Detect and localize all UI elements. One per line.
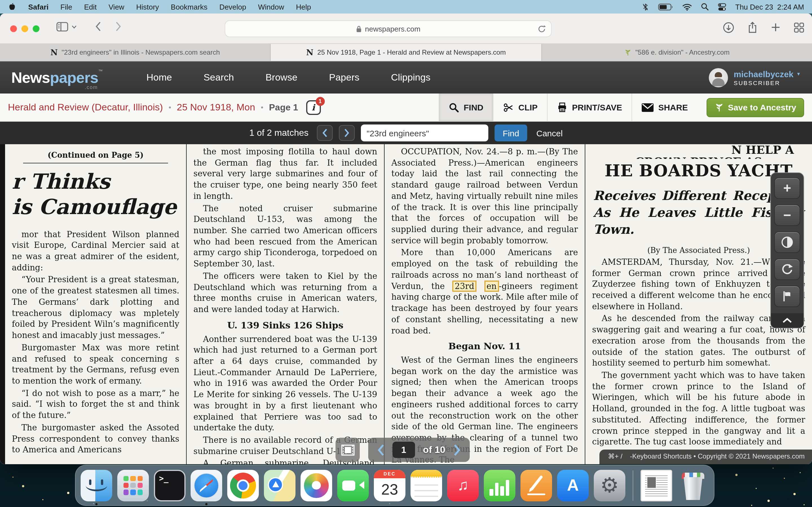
previous-match-button[interactable] (317, 125, 333, 141)
avatar[interactable] (709, 68, 728, 87)
url-text: newspapers.com (365, 24, 421, 33)
paper-title-link[interactable]: Herald and Review (Decatur, Illinois) (8, 102, 163, 113)
dock-photos-icon[interactable] (301, 469, 332, 501)
close-window-button[interactable] (10, 25, 17, 32)
np-paragraph: mor that President Wilson planned visit … (12, 229, 179, 274)
find-input[interactable] (361, 124, 488, 142)
find-button[interactable]: FIND (439, 94, 493, 121)
flag-button[interactable] (774, 286, 800, 307)
site-nav: HomeSearchBrowsePapersClippings (146, 72, 430, 83)
dock-notes-icon[interactable] (410, 469, 442, 501)
previous-page-button[interactable] (377, 444, 385, 456)
dock-calendar-icon[interactable]: DEC23 (374, 469, 405, 501)
tab-ancestry[interactable]: "586 e. division" - Ancestry.com (542, 44, 812, 61)
newspaper-col-3: OCCUPATION, Nov. 24.—8 p. m.—(By The Ass… (385, 144, 585, 464)
newspapers-logo[interactable]: Newspapers™ .com (11, 68, 102, 87)
menu-bar-clock[interactable]: Thu Dec 23 2:24 AM (735, 3, 804, 11)
apple-menu-icon[interactable] (8, 2, 16, 11)
dock-trash-icon[interactable] (677, 469, 709, 501)
control-center-icon[interactable] (718, 3, 726, 11)
menu-view[interactable]: View (109, 3, 124, 11)
reload-icon[interactable] (538, 25, 546, 33)
next-match-button[interactable] (339, 125, 355, 141)
dock-settings-icon[interactable]: ⚙ (594, 469, 625, 501)
dock-chrome-icon[interactable] (227, 469, 259, 501)
menu-file[interactable]: File (60, 3, 72, 11)
dock-launchpad-icon[interactable] (117, 469, 149, 501)
print-save-button[interactable]: PRINT/SAVE (547, 94, 632, 121)
contrast-button[interactable] (774, 231, 800, 253)
wifi-icon[interactable] (682, 3, 692, 10)
new-tab-button[interactable] (771, 22, 780, 32)
info-button[interactable]: i 1 (306, 100, 320, 115)
cancel-find-button[interactable]: Cancel (536, 128, 562, 138)
np-paragraph: The officers were taken to Kiel by the D… (193, 271, 377, 316)
tab-overview-button[interactable] (794, 22, 804, 33)
safari-toolbar: newspapers.com (0, 13, 812, 44)
tab-title: "586 e. division" - Ancestry.com (636, 48, 730, 56)
nav-search[interactable]: Search (204, 72, 234, 83)
dock-finder-icon[interactable] (81, 469, 112, 501)
menu-window[interactable]: Window (258, 3, 284, 11)
menu-edit[interactable]: Edit (84, 3, 97, 11)
menu-history[interactable]: History (136, 3, 159, 11)
page-number-input[interactable]: 1 (393, 442, 415, 458)
back-button[interactable] (95, 21, 101, 32)
sidebar-chevron-icon[interactable] (71, 25, 77, 29)
newspaper-viewer[interactable]: (Continued on Page 5)r Thinksis Camoufla… (0, 144, 812, 464)
dock-terminal-icon[interactable]: >_ (154, 469, 186, 501)
share-button[interactable] (748, 21, 757, 33)
dock-maps-icon[interactable] (264, 469, 296, 501)
downloads-button[interactable] (723, 22, 734, 33)
dock-pages-icon[interactable] (520, 469, 552, 501)
dock-safari-icon[interactable] (191, 469, 222, 501)
dock-numbers-icon[interactable] (484, 469, 515, 501)
find-button[interactable]: Find (495, 124, 527, 142)
thumbnail-view-button[interactable] (336, 438, 360, 462)
np-paragraph: The government yacht which was to have t… (592, 370, 805, 448)
zoom-window-button[interactable] (33, 25, 40, 32)
newspapers-site-header: Newspapers™ .com HomeSearchBrowsePapersC… (0, 61, 812, 94)
np-paragraph: More than 10,000 Americans are employed … (391, 247, 578, 337)
tab-newspaper-page[interactable]: N25 Nov 1918, Page 1 - Herald and Review… (271, 44, 542, 61)
newspaper-col-2: the most imposing flotilla to haul down … (187, 144, 385, 464)
tab-bar: N"23rd engineers" in Illinois - Newspape… (0, 44, 812, 61)
menu-safari[interactable]: Safari (28, 3, 49, 11)
nav-papers[interactable]: Papers (329, 72, 359, 83)
np-paragraph: Burgomaster Max was more retint and refu… (12, 342, 179, 387)
battery-icon[interactable] (658, 3, 673, 10)
save-to-ancestry-button[interactable]: Save to Ancestry (707, 98, 804, 117)
dock-document-icon[interactable] (641, 469, 672, 501)
search-match-highlight: en (485, 280, 499, 291)
minimize-window-button[interactable] (21, 25, 28, 32)
forward-button[interactable] (116, 21, 122, 32)
zoom-out-button[interactable]: − (774, 205, 800, 226)
page-info-bar: Herald and Review (Decatur, Illinois) • … (0, 94, 812, 122)
share-button[interactable]: SHARE (632, 94, 698, 121)
username[interactable]: michaelbyczek (733, 69, 794, 78)
clip-button[interactable]: CLIP (493, 94, 547, 121)
bluetooth-off-icon[interactable] (642, 3, 649, 11)
next-page-button[interactable] (453, 444, 460, 456)
lock-icon (356, 25, 362, 33)
viewer-actions: FINDCLIPPRINT/SAVESHARE Save to Ancestry (439, 94, 812, 121)
paper-date-link[interactable]: 25 Nov 1918, Mon (177, 102, 255, 113)
user-menu[interactable]: michaelbyczek ▼ SUBSCRIBER (709, 68, 801, 87)
screen: SafariFileEditViewHistoryBookmarksDevelo… (0, 0, 812, 507)
nav-clippings[interactable]: Clippings (391, 72, 430, 83)
nav-browse[interactable]: Browse (266, 72, 297, 83)
zoom-in-button[interactable]: + (774, 177, 800, 199)
tab-search-results[interactable]: N"23rd engineers" in Illinois - Newspape… (0, 44, 271, 61)
rotate-button[interactable] (774, 259, 800, 280)
menu-help[interactable]: Help (296, 3, 311, 11)
sidebar-toggle-icon[interactable] (56, 22, 68, 32)
menu-bookmarks[interactable]: Bookmarks (171, 3, 207, 11)
spotlight-search-icon[interactable] (701, 3, 709, 11)
dock-appstore-icon[interactable]: A (557, 469, 589, 501)
dock-music-icon[interactable]: ♫ (447, 469, 479, 501)
collapse-tools-button[interactable] (771, 313, 804, 328)
dock-facetime-icon[interactable] (337, 469, 369, 501)
menu-develop[interactable]: Develop (219, 3, 246, 11)
nav-home[interactable]: Home (146, 72, 172, 83)
address-bar[interactable]: newspapers.com (225, 20, 552, 37)
